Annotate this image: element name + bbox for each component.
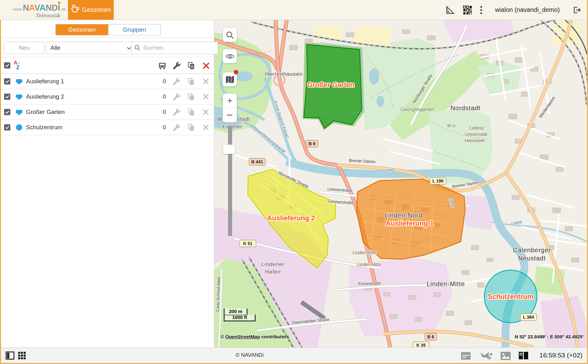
map-attribution: © OpenStreetMap contributors [221, 334, 289, 339]
geozone-name: Großer Garten [26, 109, 65, 115]
geozone-name: Schulzentrum [26, 124, 62, 131]
row-checkbox[interactable] [4, 109, 10, 115]
row-properties-icon[interactable] [173, 78, 180, 85]
svg-text:Linden-Mitte: Linden-Mitte [427, 280, 465, 287]
geozones-panel: Geozonen Gruppen Neu Alle Suchen A↓Z [0, 20, 214, 347]
row-checkbox[interactable] [4, 94, 10, 100]
bottom-bar: © NAVANDi 16:59:53 (+02) [0, 347, 588, 363]
row-checkbox[interactable] [4, 78, 10, 85]
zoom-slider-track[interactable] [228, 126, 232, 236]
map-coordinates: N 52° 22.8499' : E 009° 42.4825' [515, 334, 584, 339]
svg-text:K 51: K 51 [243, 241, 252, 246]
delete-column-icon[interactable] [202, 61, 211, 70]
geozone-shape-icon [15, 124, 23, 132]
svg-text:Linden-Mitte: Linden-Mitte [357, 262, 381, 267]
geozones-app-button-label: Geozonen [82, 6, 111, 13]
map-layers-button[interactable] [223, 72, 237, 86]
geozone-count: 0 [154, 78, 166, 85]
filter-select[interactable]: Alle [46, 42, 136, 54]
geofence-pentagon-icon [71, 5, 79, 15]
logout-icon[interactable] [572, 6, 581, 14]
geozone-row[interactable]: Großer Garten0 [0, 105, 214, 120]
layout-panel-icon[interactable] [519, 352, 528, 361]
geozones-list: Auslieferung 10Auslieferung 20Großer Gar… [0, 74, 214, 135]
svg-text:Limmer: Limmer [223, 124, 242, 130]
map-search-button[interactable] [223, 28, 237, 42]
search-icon [226, 31, 234, 39]
svg-text:L 190: L 190 [432, 178, 444, 183]
svg-text:Hannover: Hannover [465, 138, 485, 143]
svg-text:Neustadt: Neustadt [518, 255, 546, 262]
panel-tabs: Geozonen Gruppen [55, 24, 161, 35]
zoom-control: + − [223, 94, 237, 122]
zoom-slider-thumb[interactable] [223, 145, 235, 154]
svg-text:Leibniz: Leibniz [469, 125, 484, 131]
row-checkbox[interactable] [4, 124, 10, 131]
notes-icon[interactable] [461, 352, 471, 361]
geozone-row[interactable]: Auslieferung 10 [0, 74, 214, 89]
navandi-copyright: © NAVANDi [236, 352, 263, 358]
row-copy-icon[interactable] [187, 93, 195, 101]
measure-tool-icon[interactable] [445, 5, 455, 15]
search-input[interactable]: Suchen [131, 42, 218, 54]
clock: 16:59:53 (+02) [539, 351, 582, 359]
osm-link[interactable]: OpenStreetMap [225, 334, 260, 339]
toggle-panel-icon[interactable] [6, 351, 14, 361]
copy-column-icon[interactable] [187, 61, 196, 70]
row-properties-icon[interactable] [173, 108, 180, 116]
panel-controls: Neu Alle Suchen [0, 38, 214, 57]
messages-icon[interactable] [480, 352, 492, 361]
sort-az-icon[interactable]: A↓Z [14, 60, 23, 71]
app-window: www.NAVANDI.de Telematik Geozonen [0, 0, 588, 364]
zoom-out-button[interactable]: − [223, 108, 237, 122]
tab-geozonen[interactable]: Geozonen [56, 24, 108, 35]
geozone-row[interactable]: Auslieferung 20 [0, 89, 214, 105]
properties-column-icon[interactable] [172, 61, 181, 70]
map-visibility-button[interactable] [223, 49, 237, 63]
svg-text:B 6: B 6 [309, 141, 315, 146]
svg-text:Großer Garten: Großer Garten [307, 81, 354, 89]
chevron-down-icon [127, 44, 132, 51]
navandi-logo[interactable]: www.NAVANDI.de Telematik [13, 4, 60, 18]
row-delete-icon[interactable] [202, 124, 210, 131]
geozone-shape-icon [15, 93, 23, 102]
geozone-count: 0 [154, 109, 166, 115]
geozone-name: Auslieferung 2 [26, 93, 64, 100]
geozone-name: Auslieferung 1 [26, 78, 64, 85]
row-copy-icon[interactable] [187, 78, 195, 85]
bottom-apps-grid-icon[interactable] [18, 352, 26, 361]
row-delete-icon[interactable] [202, 78, 210, 85]
row-copy-icon[interactable] [187, 124, 195, 131]
row-properties-icon[interactable] [173, 93, 180, 101]
map-canvas[interactable]: HerrenhausenNordstadtGeorgengartenLeibni… [214, 20, 588, 347]
row-delete-icon[interactable] [202, 93, 210, 101]
svg-text:Auslieferung 2: Auslieferung 2 [267, 214, 315, 222]
svg-text:Hafen: Hafen [265, 269, 281, 275]
new-geozone-button[interactable]: Neu [4, 42, 44, 54]
svg-text:Herrenhausen: Herrenhausen [265, 71, 303, 77]
search-icon [134, 45, 141, 51]
geozones-app-button[interactable]: Geozonen [68, 0, 114, 20]
geozone-count: 0 [154, 124, 166, 131]
svg-text:B 6: B 6 [427, 334, 434, 339]
notification-dot [234, 70, 238, 74]
svg-text:K 35: K 35 [416, 343, 426, 347]
tab-gruppen[interactable]: Gruppen [108, 24, 161, 35]
svg-text:L 384: L 384 [523, 315, 534, 320]
units-column-icon[interactable] [158, 61, 167, 70]
row-delete-icon[interactable] [202, 108, 210, 116]
table-header: A↓Z [0, 57, 214, 74]
media-icon[interactable] [501, 352, 511, 361]
row-properties-icon[interactable] [173, 124, 180, 131]
select-all-checkbox[interactable] [4, 62, 10, 69]
geozone-row[interactable]: Schulzentrum0 [0, 120, 214, 135]
apps-grid-icon[interactable] [463, 6, 472, 14]
geozone-shape-icon [15, 108, 23, 117]
svg-text:60 m: 60 m [447, 124, 456, 128]
svg-text:Calenberger: Calenberger [513, 247, 551, 254]
more-menu-icon[interactable] [480, 6, 482, 14]
svg-text:Nordstadt: Nordstadt [450, 105, 481, 111]
row-copy-icon[interactable] [187, 108, 195, 116]
user-account-label[interactable]: wialon (navandi_demo) [495, 6, 560, 13]
zoom-in-button[interactable]: + [223, 94, 237, 108]
